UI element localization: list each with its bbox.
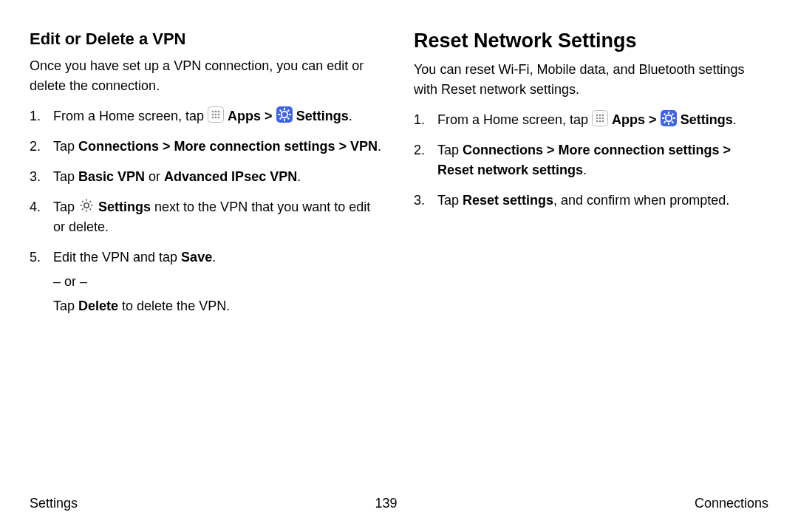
content-columns: Edit or Delete a VPN Once you have set u… — [30, 30, 768, 327]
apps-bold: Apps — [228, 109, 261, 123]
footer-left: Settings — [30, 496, 78, 511]
text: Tap — [53, 200, 78, 214]
path-bold: Connections > More connection settings >… — [78, 139, 378, 154]
footer-right: Connections — [695, 496, 768, 511]
basic-vpn-bold: Basic VPN — [78, 169, 145, 184]
svg-point-29 — [599, 120, 601, 123]
end: . — [583, 163, 587, 177]
settings-bold: Settings — [98, 200, 151, 214]
right-step-2: 2. Tap Connections > More connection set… — [414, 140, 768, 180]
step-number: 4. — [30, 197, 41, 217]
settings-bold: Settings — [296, 109, 349, 123]
footer-page-number: 139 — [375, 496, 397, 511]
save-bold: Save — [181, 250, 212, 265]
svg-point-26 — [599, 117, 601, 120]
text: Tap — [53, 139, 78, 154]
end: . — [733, 112, 737, 127]
right-intro: You can reset Wi-Fi, Mobile data, and Bl… — [414, 60, 768, 100]
text: From a Home screen, tap — [53, 109, 208, 123]
left-intro: Once you have set up a VPN connection, y… — [30, 56, 384, 96]
step-number: 1. — [414, 110, 425, 130]
svg-point-20 — [84, 203, 89, 208]
apps-label: Apps — [228, 109, 261, 123]
svg-point-28 — [596, 120, 598, 123]
separator: > — [265, 109, 276, 123]
apps-icon — [592, 110, 608, 126]
or-text: or — [145, 169, 164, 184]
svg-point-5 — [215, 114, 217, 116]
or-line: – or – — [53, 272, 384, 292]
end: . — [212, 250, 216, 265]
settings-label: Settings — [296, 109, 349, 123]
step-number: 1. — [30, 106, 41, 126]
adv-vpn-bold: Advanced IPsec VPN — [164, 169, 297, 184]
settings-label: Settings — [681, 112, 733, 127]
svg-point-23 — [599, 115, 601, 117]
right-step-1: 1. From a Home screen, tap Apps > Settin… — [414, 110, 768, 130]
left-step-3: 3. Tap Basic VPN or Advanced IPsec VPN. — [30, 167, 384, 187]
settings-bold: Settings — [681, 112, 733, 127]
step-number: 3. — [414, 191, 425, 211]
right-heading: Reset Network Settings — [414, 30, 768, 52]
delete-line: Tap Delete to delete the VPN. — [53, 296, 384, 316]
settings-gear-blue-icon — [276, 106, 293, 123]
left-column: Edit or Delete a VPN Once you have set u… — [30, 30, 384, 327]
apps-icon — [208, 106, 224, 123]
right-step-3: 3. Tap Reset settings, and confirm when … — [414, 191, 768, 211]
end: . — [297, 169, 301, 184]
page-footer: Settings 139 Connections — [30, 496, 768, 511]
svg-point-8 — [215, 117, 217, 119]
text: Tap — [437, 143, 463, 157]
del-pre: Tap — [53, 299, 78, 313]
svg-point-30 — [602, 120, 604, 123]
settings-gear-blue-icon — [661, 110, 677, 126]
left-step-1: 1. From a Home screen, tap Apps > Settin… — [30, 106, 384, 126]
svg-point-6 — [218, 114, 220, 116]
step-number: 2. — [414, 140, 425, 160]
end: . — [378, 139, 381, 154]
svg-point-7 — [212, 117, 214, 119]
separator: > — [649, 112, 661, 127]
settings-gear-outline-icon — [78, 197, 95, 214]
text: From a Home screen, tap — [437, 112, 592, 127]
svg-point-4 — [212, 114, 214, 116]
svg-point-9 — [218, 117, 220, 119]
apps-bold: Apps — [612, 112, 645, 127]
right-steps: 1. From a Home screen, tap Apps > Settin… — [414, 110, 768, 211]
step-number: 5. — [30, 248, 41, 267]
settings-label: Settings — [98, 200, 151, 214]
post-text: , and confirm when prompted. — [553, 193, 729, 208]
svg-point-1 — [212, 111, 214, 113]
text: Tap — [53, 169, 78, 184]
del-post: to delete the VPN. — [118, 299, 230, 313]
end: . — [349, 109, 352, 123]
delete-bold: Delete — [78, 299, 118, 313]
reset-bold: Reset settings — [463, 193, 553, 208]
left-step-5: 5. Edit the VPN and tap Save. – or – Tap… — [30, 248, 384, 316]
text: Tap — [437, 193, 463, 208]
text: Edit the VPN and tap — [53, 250, 181, 265]
left-heading: Edit or Delete a VPN — [30, 30, 384, 49]
svg-point-25 — [596, 117, 598, 120]
svg-point-22 — [596, 115, 598, 117]
apps-label: Apps — [612, 112, 645, 127]
step-number: 2. — [30, 137, 41, 157]
svg-point-2 — [215, 111, 217, 113]
step-number: 3. — [30, 167, 41, 187]
left-step-4: 4. Tap Settings next to the VPN that you… — [30, 197, 384, 237]
left-step-2: 2. Tap Connections > More connection set… — [30, 137, 384, 157]
svg-point-24 — [602, 115, 604, 117]
svg-point-3 — [218, 111, 220, 113]
svg-point-27 — [602, 117, 604, 120]
left-steps: 1. From a Home screen, tap Apps > Settin… — [30, 106, 384, 316]
right-column: Reset Network Settings You can reset Wi-… — [414, 30, 768, 327]
